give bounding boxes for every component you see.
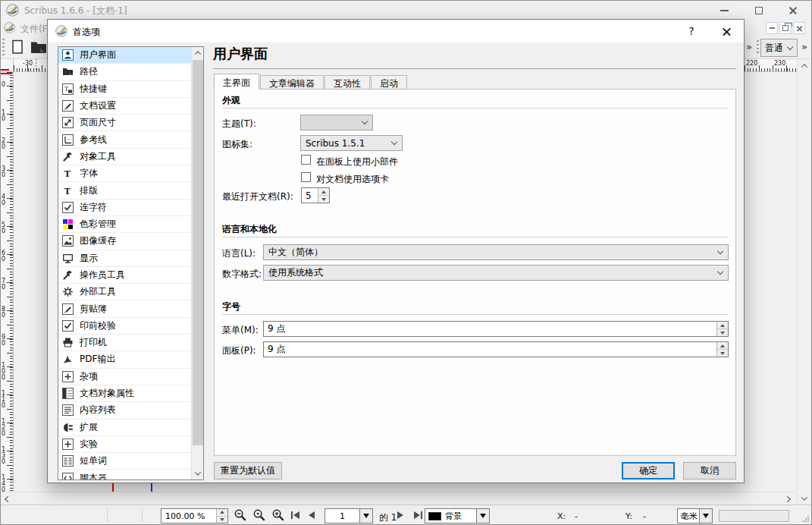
- resize-grip[interactable]: [802, 515, 810, 523]
- category-list-item[interactable]: T 排版: [58, 182, 192, 199]
- menu-font-size-spinbox[interactable]: 9 点: [263, 321, 729, 337]
- chevron-down-icon: [787, 43, 793, 49]
- open-document-button[interactable]: [29, 38, 49, 58]
- category-list-item[interactable]: 显示: [58, 250, 192, 267]
- tab[interactable]: 主界面: [214, 74, 259, 90]
- category-list-item[interactable]: 扩展: [58, 420, 192, 436]
- category-list-item[interactable]: 操作员工具: [58, 267, 192, 284]
- number-format-combobox[interactable]: 使用系统格式: [263, 265, 729, 281]
- maximize-button[interactable]: [741, 0, 776, 20]
- use-tabs-for-documents-checkbox[interactable]: [301, 172, 311, 182]
- category-list-item[interactable]: 连字符: [58, 200, 192, 216]
- zoom-out-button[interactable]: [231, 508, 248, 523]
- page-number-spinbox[interactable]: 1: [324, 508, 373, 523]
- category-list-item[interactable]: 短单词: [58, 453, 192, 470]
- scroll-down-button[interactable]: [192, 467, 204, 479]
- close-icon: [788, 6, 798, 15]
- category-list-item[interactable]: 色彩管理: [58, 216, 192, 233]
- guides-icon: [62, 134, 74, 146]
- page-number-value[interactable]: 1: [324, 508, 360, 523]
- recent-documents-spinbox[interactable]: 5: [301, 187, 330, 203]
- menu-font-size-value[interactable]: 9 点: [264, 322, 716, 336]
- zoom-default-button[interactable]: [250, 508, 267, 523]
- quality-combobox[interactable]: 普通: [760, 39, 798, 57]
- new-document-button[interactable]: [8, 38, 27, 58]
- close-button[interactable]: [776, 0, 810, 20]
- zoom-level-spinbox[interactable]: 100.00 %: [161, 508, 228, 523]
- category-list-item[interactable]: 内容列表: [58, 402, 192, 419]
- tab[interactable]: 启动: [371, 75, 407, 90]
- use-small-widgets-label[interactable]: 在面板上使用小部件: [316, 156, 398, 168]
- mdi-minimize-button[interactable]: [766, 22, 778, 34]
- toolbar-grip[interactable]: [2, 39, 5, 57]
- previous-page-button[interactable]: [309, 511, 315, 519]
- vertical-scrollbar[interactable]: [797, 59, 810, 505]
- cancel-button[interactable]: 取消: [683, 462, 736, 479]
- category-list-item[interactable]: 外部工具: [58, 284, 192, 300]
- scroll-up-button[interactable]: [798, 59, 810, 72]
- last-page-button[interactable]: [414, 511, 422, 519]
- category-list-item[interactable]: PDF输出: [58, 351, 192, 368]
- category-list-item[interactable]: 打印机: [58, 335, 192, 351]
- category-list-item[interactable]: 文档对象属性: [58, 385, 192, 402]
- language-combobox[interactable]: 中文（简体）: [263, 244, 729, 260]
- layer-dropdown-button[interactable]: [476, 509, 489, 523]
- first-page-button[interactable]: [291, 511, 299, 519]
- category-list-item[interactable]: 对象工具: [58, 149, 192, 165]
- category-list-item[interactable]: 剪贴簿: [58, 300, 192, 317]
- layer-combobox[interactable]: 背景: [425, 508, 490, 523]
- category-list-item[interactable]: 文档设置: [58, 98, 192, 115]
- zoom-spin-buttons[interactable]: [216, 509, 227, 523]
- category-list-item[interactable]: T 快捷键: [58, 81, 192, 98]
- category-list-item[interactable]: 路径: [58, 64, 192, 80]
- use-small-widgets-checkbox[interactable]: [301, 155, 311, 165]
- scroll-right-button[interactable]: [782, 492, 795, 505]
- spin-buttons[interactable]: [318, 188, 329, 203]
- dialog-close-button[interactable]: [713, 20, 739, 42]
- list-scrollbar[interactable]: [191, 47, 203, 479]
- category-list-item[interactable]: 图像缓存: [58, 233, 192, 250]
- chevron-up-icon: [195, 51, 201, 57]
- palette-font-size-value[interactable]: 9 点: [264, 342, 716, 357]
- use-tabs-for-documents-label[interactable]: 对文档使用选项卡: [316, 173, 389, 186]
- dialog-titlebar[interactable]: 首选项 ?: [48, 20, 744, 42]
- toolbar-grip-2[interactable]: [757, 40, 759, 55]
- theme-combobox[interactable]: [300, 115, 373, 130]
- toolbar-overflow-right[interactable]: »: [801, 41, 807, 52]
- category-list-item[interactable]: 用户界面: [58, 47, 192, 64]
- zoom-level-value[interactable]: 100.00 %: [161, 509, 216, 523]
- reset-defaults-button[interactable]: 重置为默认值: [214, 462, 282, 479]
- category-list-item[interactable]: 印前校验: [58, 318, 192, 335]
- recent-documents-value[interactable]: 5: [302, 188, 318, 203]
- iconset-combobox[interactable]: Scribus 1.5.1: [300, 135, 403, 151]
- category-list-item[interactable]: 参考线: [58, 131, 192, 148]
- horizontal-scrollbar[interactable]: [0, 492, 795, 505]
- spin-buttons[interactable]: [716, 322, 728, 336]
- toolbar-overflow-left[interactable]: »: [746, 41, 752, 52]
- category-list-item[interactable]: 脚本器: [58, 470, 192, 480]
- unit-dropdown-button[interactable]: [699, 509, 712, 523]
- spin-up-icon: [220, 508, 224, 514]
- scroll-down-button[interactable]: [798, 492, 810, 505]
- category-list-item[interactable]: T 字体: [58, 165, 192, 182]
- category-list-item[interactable]: 实验: [58, 436, 192, 453]
- category-list-item[interactable]: 页面尺寸: [58, 115, 192, 131]
- next-page-button[interactable]: [397, 511, 403, 519]
- category-list-item[interactable]: 杂项: [58, 369, 192, 385]
- menu-file[interactable]: 文件(F: [20, 23, 48, 36]
- ok-button[interactable]: 确定: [622, 462, 675, 479]
- unit-combobox[interactable]: 毫米: [677, 508, 713, 523]
- spin-buttons[interactable]: [716, 342, 728, 357]
- tab[interactable]: 文章编辑器: [260, 75, 324, 90]
- minimize-button[interactable]: [707, 0, 741, 20]
- zoom-in-button[interactable]: [269, 508, 286, 523]
- palette-font-size-spinbox[interactable]: 9 点: [263, 341, 729, 357]
- mdi-close-button[interactable]: [793, 22, 805, 34]
- scrollbar-thumb[interactable]: [193, 60, 203, 445]
- scroll-up-button[interactable]: [192, 47, 204, 59]
- tab[interactable]: 互动性: [324, 75, 370, 90]
- scroll-left-button[interactable]: [0, 492, 13, 505]
- mdi-restore-button[interactable]: [779, 22, 792, 34]
- dialog-help-button[interactable]: ?: [679, 20, 704, 42]
- page-number-dropdown[interactable]: [360, 508, 373, 523]
